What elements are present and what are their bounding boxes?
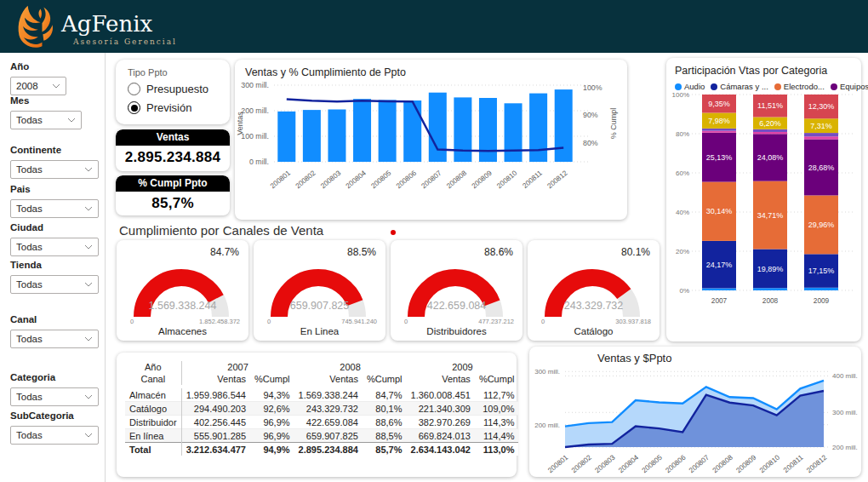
- gauge-max: 1.852.458.372: [199, 318, 240, 325]
- filter-dropdown-categoria[interactable]: Todas: [10, 387, 99, 406]
- filter-pais: Pais Todas: [10, 184, 99, 218]
- filter-label: SubCategoria: [10, 410, 99, 421]
- gauge-max: 477.237.212: [478, 318, 514, 325]
- ventas-ppto-area-chart[interactable]: 200 mill.300 mill.200 mill.300 mill.400 …: [529, 360, 859, 476]
- segment-label: 24,08%: [757, 153, 784, 162]
- x-axis-label: 2007: [711, 296, 728, 305]
- filter-dropdown-subcategoria[interactable]: Todas: [10, 426, 99, 445]
- kpi-ventas: Ventas 2.895.234.884: [116, 129, 230, 171]
- filter-dropdown-continente[interactable]: Todas: [10, 160, 99, 179]
- filter-dropdown-mes[interactable]: Todas: [10, 111, 82, 129]
- svg-text:300 mill.: 300 mill.: [534, 368, 560, 376]
- gauge-min: 0: [541, 318, 545, 325]
- filter-value: Todas: [16, 334, 43, 344]
- stacked-bar-2009[interactable]: 17,15%29,96%28,68%7,31%12,30%: [804, 95, 838, 290]
- x-axis-label: 200807: [687, 453, 711, 475]
- gauge-distribuidores[interactable]: 88.6% 422.659.084 0 477.237.212 Distribu…: [391, 240, 523, 341]
- filter-label: Ciudad: [10, 222, 99, 232]
- radio-label: Presupuesto: [146, 83, 208, 95]
- kpi-title: Ventas: [116, 129, 230, 146]
- table-cell: 113,0%: [475, 443, 519, 456]
- segment: [804, 288, 838, 290]
- kpi-title: % Cumpl Ppto: [116, 175, 230, 192]
- x-axis-label: 200809: [734, 453, 758, 475]
- filter-label: Categoria: [10, 372, 99, 382]
- participacion-stacked-chart[interactable]: 0%20%40%60%80%100%24,17%30,14%25,13%7,98…: [666, 91, 859, 314]
- radio-selected-icon: [128, 101, 140, 114]
- legend-label: Cámaras y ...: [720, 82, 768, 91]
- filter-label: Tienda: [10, 260, 99, 270]
- segment: [804, 136, 838, 139]
- filter-subcategoria: SubCategoria Todas: [10, 410, 99, 445]
- x-axis-label: 200811: [781, 453, 804, 474]
- table-cell: Almacén: [125, 387, 181, 402]
- filter-label: Pais: [10, 184, 99, 194]
- legend-item[interactable]: Audio: [675, 82, 705, 91]
- x-axis-label: 200809: [470, 169, 494, 191]
- table-cell: Total: [125, 443, 181, 456]
- gauge-almacenes[interactable]: 84.7% 1.569.338.244 0 1.852.458.372 Alma…: [117, 240, 248, 341]
- filter-dropdown-canal[interactable]: Todas: [10, 330, 99, 348]
- table-cell: 221.340.309: [407, 402, 475, 416]
- legend-dot: [774, 83, 781, 90]
- segment: [702, 131, 736, 133]
- table-cell: 88,6%: [363, 416, 407, 429]
- sub-header: Ventas: [407, 373, 475, 387]
- table-cell: 88,5%: [363, 429, 407, 443]
- chevron-down-icon: [67, 118, 76, 123]
- table-cell: 659.907.825: [294, 429, 363, 443]
- bar: [454, 97, 471, 162]
- gauge-value: 243.329.732: [528, 300, 660, 312]
- ventas-cumplimiento-chart[interactable]: 0 mill.100 mill.200 mill.300 mill.80%90%…: [235, 78, 626, 216]
- svg-text:100%: 100%: [672, 91, 689, 99]
- brand-tagline: Asesoría Gerencial: [73, 37, 177, 46]
- gauge-catalogo[interactable]: 80.1% 243.329.732 0 303.937.818 Catálogo: [528, 240, 660, 341]
- table-cell: 555.901.285: [181, 429, 250, 443]
- radio-presupuesto[interactable]: Presupuesto: [128, 83, 230, 95]
- filter-dropdown-ciudad[interactable]: Todas: [10, 238, 99, 256]
- legend-label: Equipos: [840, 82, 868, 91]
- chart-title: Participación Vtas por Categoria: [666, 58, 861, 77]
- segment: [702, 129, 736, 131]
- filter-dropdown-pais[interactable]: Todas: [10, 199, 99, 218]
- section-title: Cumplimiento por Canales de Venta: [119, 223, 323, 238]
- stacked-bar-2008[interactable]: 19,89%34,71%24,08%6,20%11,51%: [753, 95, 787, 290]
- filter-value: Todas: [16, 115, 43, 125]
- table-cell: 422.659.084: [294, 416, 363, 429]
- chart-title: Ventas y % Cumplimiento de Ppto: [235, 60, 627, 78]
- legend-item[interactable]: Electrodo...: [774, 82, 825, 91]
- svg-text:80%: 80%: [583, 139, 598, 147]
- x-axis-label: 200808: [711, 453, 734, 475]
- filter-dropdown-tienda[interactable]: Todas: [10, 275, 99, 294]
- svg-text:0%: 0%: [679, 287, 689, 295]
- segment-label: 7,98%: [708, 117, 730, 125]
- filter-value: Todas: [16, 279, 43, 290]
- segment: [753, 132, 787, 134]
- radio-prevision[interactable]: Previsión: [128, 101, 230, 114]
- x-axis-label: 200802: [294, 169, 317, 191]
- svg-text:60%: 60%: [676, 169, 689, 177]
- filter-dropdown-ano[interactable]: 2008: [10, 77, 66, 95]
- table-cell: 2.634.143.042: [407, 443, 475, 456]
- filter-value: 2008: [16, 81, 38, 91]
- svg-text:40%: 40%: [676, 209, 689, 216]
- segment-label: 11,51%: [757, 101, 783, 110]
- chevron-down-icon: [84, 336, 93, 341]
- table-cell: 84,7%: [363, 387, 407, 402]
- segment-label: 34,71%: [757, 211, 784, 220]
- filter-canal: Canal Todas: [10, 314, 99, 348]
- stacked-bar-2007[interactable]: 24,17%30,14%25,13%7,98%9,35%: [702, 95, 736, 290]
- segment-label: 24,17%: [706, 261, 733, 269]
- kpi-cumpl-ppto: % Cumpl Ppto 85,7%: [116, 175, 230, 215]
- legend-item[interactable]: Equipos: [831, 82, 868, 91]
- combo-chart-card: Ventas y % Cumplimiento de Ppto 0 mill.1…: [235, 60, 627, 220]
- svg-text:0 mill.: 0 mill.: [249, 158, 269, 166]
- table-row: En línea555.901.28596,9%659.907.82588,5%…: [125, 429, 518, 443]
- bar: [555, 89, 573, 162]
- legend-item[interactable]: Cámaras y ...: [711, 82, 768, 91]
- filter-label: Mes: [10, 95, 99, 106]
- tipo-ppto-slicer: Tipo Ppto Presupuesto Previsión: [116, 60, 230, 124]
- svg-text:200 mill.: 200 mill.: [534, 422, 560, 429]
- gauge-en-linea[interactable]: 88.5% 659.907.825 0 745.941.240 En Linea: [254, 240, 385, 341]
- bar: [529, 94, 547, 162]
